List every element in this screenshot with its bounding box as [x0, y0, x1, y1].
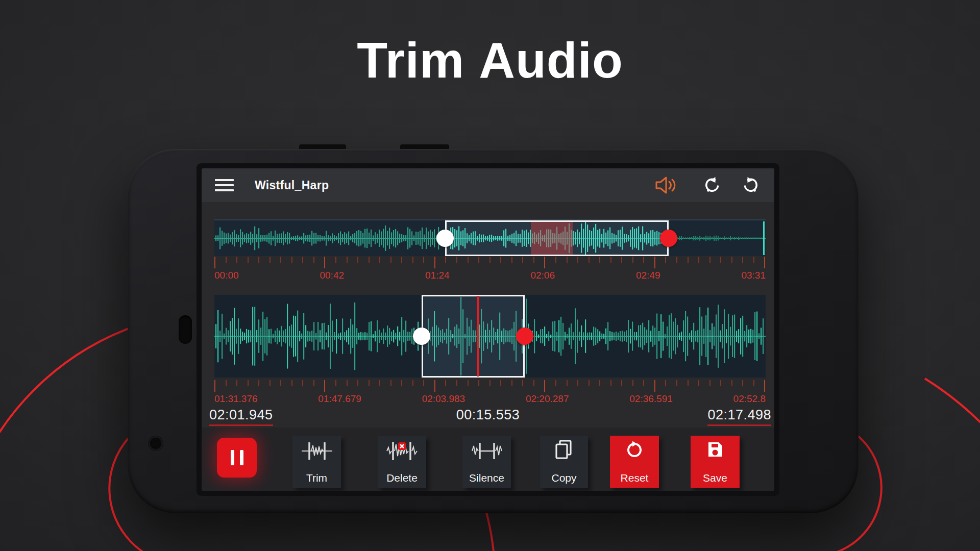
- save-icon: [705, 439, 725, 461]
- pause-button[interactable]: [217, 438, 257, 478]
- reset-icon: [624, 439, 645, 461]
- trim-button[interactable]: Trim: [292, 436, 341, 488]
- zoom-ruler-labels: 01:31.376 01:47.679 02:03.983 02:20.287 …: [214, 393, 766, 405]
- delete-icon: [386, 439, 419, 463]
- volume-icon[interactable]: [654, 175, 677, 195]
- copy-button[interactable]: Copy: [540, 436, 588, 488]
- pause-icon: [231, 450, 234, 465]
- waveform-end-marker: [763, 221, 765, 255]
- earpiece-speaker: [179, 315, 192, 344]
- app-bar: Wistful_Harp: [202, 168, 774, 202]
- ruler-label: 02:06: [530, 270, 555, 281]
- phone-mockup: Wistful_Harp: [128, 149, 859, 513]
- delete-label: Delete: [386, 472, 418, 484]
- selection-start-time[interactable]: 02:01.945: [209, 407, 273, 426]
- undo-button[interactable]: [702, 177, 719, 194]
- hamburger-bar: [215, 184, 234, 186]
- hamburger-bar: [215, 179, 234, 181]
- ruler-label: 02:36.591: [629, 393, 673, 405]
- ruler-label: 02:49: [636, 270, 660, 281]
- save-button[interactable]: Save: [691, 436, 740, 488]
- overview-ruler: [214, 257, 766, 269]
- delete-button[interactable]: Delete: [378, 436, 426, 488]
- reset-button[interactable]: Reset: [610, 436, 659, 488]
- zoom-waveform-panel[interactable]: [214, 295, 766, 378]
- ruler-label: 01:47.679: [318, 393, 361, 405]
- selection-start-handle[interactable]: [413, 328, 430, 345]
- ruler-label: 01:31.376: [214, 393, 258, 405]
- silence-button[interactable]: Silence: [462, 436, 511, 488]
- zoom-window[interactable]: [445, 220, 669, 256]
- page-title-red: Audio: [479, 32, 623, 88]
- zoom-window-start-handle[interactable]: [436, 230, 454, 247]
- page-title: TrimAudio: [0, 32, 980, 89]
- pause-icon: [240, 450, 243, 465]
- overview-waveform-panel[interactable]: [214, 219, 766, 256]
- ruler-label: 02:52.8: [733, 393, 766, 405]
- hamburger-bar: [215, 189, 234, 191]
- trim-label: Trim: [306, 472, 327, 484]
- page-title-white: Trim: [357, 32, 464, 88]
- save-label: Save: [703, 472, 727, 484]
- copy-icon: [554, 439, 574, 461]
- selection-duration: 00:15.553: [456, 407, 520, 423]
- silence-icon: [471, 439, 503, 463]
- promo-background: TrimAudio Wistful_Harp: [0, 0, 980, 551]
- copy-label: Copy: [551, 472, 576, 484]
- selection-end-handle[interactable]: [516, 328, 533, 345]
- ruler-label: 01:24: [425, 270, 450, 281]
- audio-file-title: Wistful_Harp: [255, 168, 329, 202]
- ruler-label: 02:20.287: [526, 393, 569, 405]
- selection-end-time[interactable]: 02:17.498: [707, 407, 771, 426]
- ruler-label: 03:31: [741, 270, 766, 281]
- overview-ruler-labels: 00:00 00:42 01:24 02:06 02:49 03:31: [214, 270, 766, 281]
- zoom-window-end-handle[interactable]: [660, 230, 677, 247]
- zoom-ruler: [214, 380, 766, 392]
- selection-window[interactable]: [422, 295, 525, 378]
- playhead[interactable]: [477, 296, 479, 377]
- reset-label: Reset: [621, 472, 649, 484]
- trim-icon: [301, 439, 333, 463]
- ruler-label: 00:00: [214, 270, 239, 281]
- ruler-label: 02:03.983: [422, 393, 465, 405]
- app-screen: Wistful_Harp: [202, 168, 774, 491]
- headphone-jack: [148, 436, 163, 451]
- hamburger-menu-button[interactable]: [215, 179, 234, 191]
- silence-label: Silence: [469, 472, 504, 484]
- ruler-label: 00:42: [320, 270, 344, 281]
- redo-button[interactable]: [744, 177, 761, 194]
